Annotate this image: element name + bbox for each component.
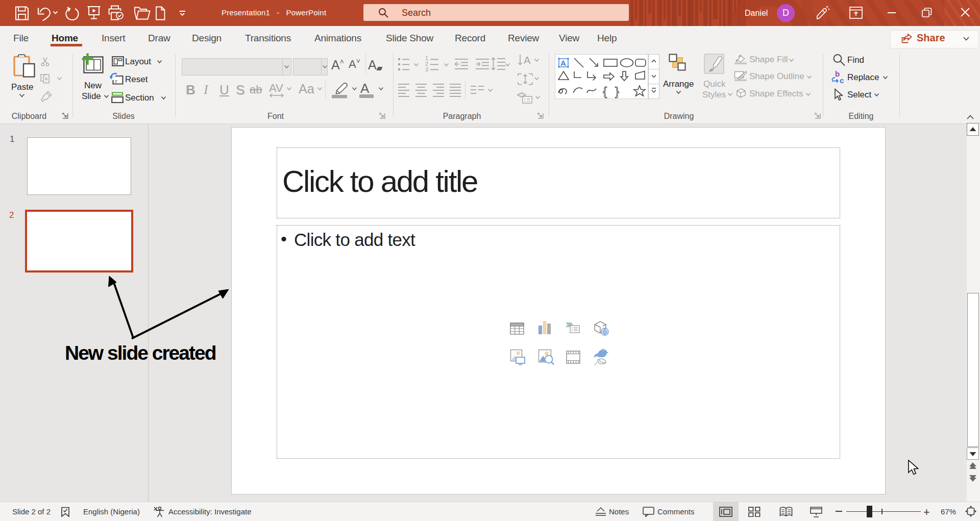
- svg-text:A: A: [524, 55, 531, 66]
- svg-text:A: A: [560, 59, 566, 67]
- svg-text:}: }: [615, 84, 619, 98]
- svg-text:{: {: [603, 84, 607, 98]
- svg-text:c: c: [840, 76, 844, 84]
- svg-text:b: b: [835, 70, 840, 78]
